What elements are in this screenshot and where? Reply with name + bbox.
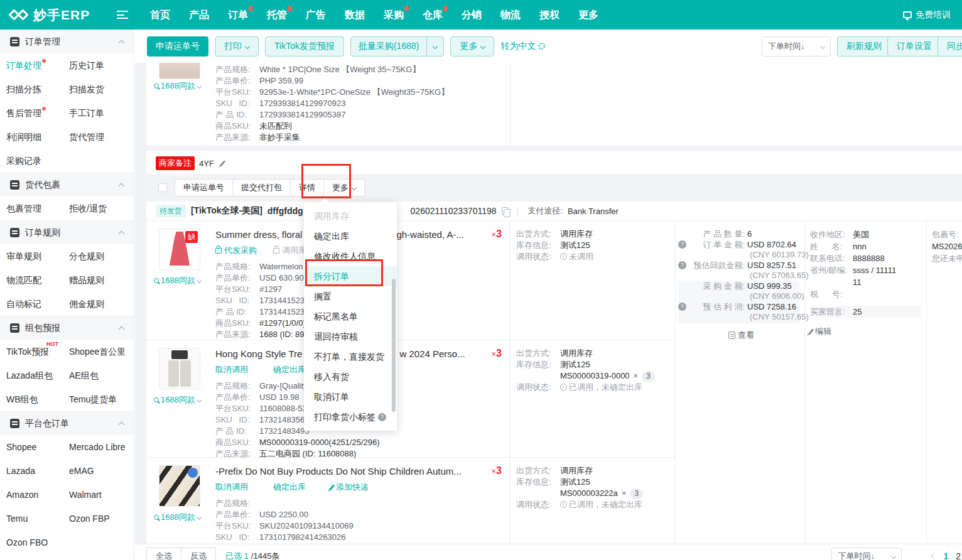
sidebar-item-rejected-returns[interactable]: 拒收/退货 [69, 197, 134, 220]
menu-item-confirm-outbound[interactable]: 确定出库 [304, 226, 397, 246]
submit-packing-button[interactable]: 提交代打包 [232, 179, 291, 197]
sidebar-item-emag[interactable]: eMAG [69, 459, 134, 483]
page-1[interactable]: 1 [943, 551, 948, 560]
help-icon[interactable] [678, 240, 686, 249]
refresh-rules-button[interactable]: 刷新规则 [837, 36, 891, 57]
menu-item-print-pick-label[interactable]: 打印拿货小标签 [304, 407, 397, 427]
menu-item-blacklist[interactable]: 标记黑名单 [304, 306, 397, 326]
footer-sort-select[interactable]: 下单时间↓ [831, 547, 902, 560]
apply-tracking-number-button[interactable]: 申请运单号 [147, 36, 208, 57]
sidebar-item-temu-pickup[interactable]: Temu提货单 [69, 387, 134, 411]
menu-item-return-to-review[interactable]: 退回待审核 [304, 326, 397, 347]
sidebar-item-history-orders[interactable]: 历史订单 [69, 53, 134, 77]
order-settings-button[interactable]: 订单设置 [887, 36, 941, 57]
help-icon[interactable] [678, 303, 686, 311]
print-button[interactable]: 打印 [215, 36, 259, 57]
sidebar-item-review-rules[interactable]: 审单规则 [6, 244, 69, 268]
select-all-button[interactable]: 全选 [146, 547, 181, 560]
sidebar-item-purchase-records[interactable]: 采购记录 [6, 149, 69, 173]
hamburger-menu-icon[interactable] [117, 11, 128, 19]
find-same-1688-link[interactable]: 1688同款 [154, 80, 201, 92]
sidebar-item-order-processing[interactable]: 订单处理 [6, 53, 69, 77]
app-logo[interactable]: 妙手ERP [0, 6, 112, 24]
invert-selection-button[interactable]: 反选 [181, 547, 216, 560]
row-more-button[interactable]: 更多 [323, 179, 365, 197]
apply-tracking-number-row-button[interactable]: 申请运单号 [175, 179, 233, 197]
sidebar-item-aftersales[interactable]: 售后管理 [6, 101, 69, 125]
product-thumbnail[interactable] [159, 465, 200, 507]
menu-item-hold[interactable]: 搁置 [304, 286, 397, 306]
sidebar-item-walmart[interactable]: Walmart [69, 483, 134, 507]
find-same-1688-link[interactable]: 1688同款 [154, 512, 201, 523]
find-same-1688-link[interactable]: 1688同款 [154, 394, 201, 406]
sidebar-item-scan-shipping[interactable]: 扫描发货 [69, 77, 134, 101]
sidebar-item-shopee[interactable]: Shopee [6, 435, 69, 459]
gear-icon[interactable] [538, 43, 545, 50]
dropship-purchase-link[interactable]: 代发采购 [215, 245, 257, 256]
nav-item-data[interactable]: 数据 [335, 0, 374, 30]
sidebar-item-gift-rules[interactable]: 赠品规则 [69, 268, 134, 292]
edit-recipient-link[interactable]: 编辑 [810, 326, 926, 337]
order-checkbox[interactable] [158, 183, 167, 192]
nav-item-logistics[interactable]: 物流 [491, 0, 530, 30]
batch-purchase-1688-button[interactable]: 批量采购(1688) [350, 36, 444, 57]
product-thumbnail[interactable] [159, 348, 200, 389]
menu-item-edit-recipient[interactable]: 修改收件人信息 [304, 246, 397, 266]
sidebar-section-order-management[interactable]: 订单管理 [0, 30, 134, 53]
sidebar-item-commission-rules[interactable]: 佣金规则 [69, 292, 134, 316]
nav-item-distribution[interactable]: 分销 [452, 0, 491, 30]
nav-item-purchase[interactable]: 采购 [374, 0, 413, 30]
nav-item-products[interactable]: 产品 [180, 0, 219, 30]
sidebar-section-forwarder-packages[interactable]: 货代包裹 [0, 173, 134, 197]
sidebar-item-wb-pack[interactable]: WB组包 [6, 387, 69, 411]
add-express-link[interactable]: 添加快递 [331, 482, 369, 493]
sidebar-item-warehouse-split-rules[interactable]: 分仓规则 [69, 244, 134, 268]
confirm-outbound-link[interactable]: 确定出库 [273, 482, 306, 493]
menu-item-move-to-in-stock[interactable]: 移入有货 [304, 367, 397, 387]
sidebar-item-lazada-pack[interactable]: Lazada组包 [6, 363, 69, 387]
sidebar-item-lazada[interactable]: Lazada [6, 459, 69, 483]
copy-icon[interactable] [502, 207, 508, 215]
cancel-stock-call-link[interactable]: 取消调用 [215, 482, 248, 493]
sidebar-item-profit-detail[interactable]: 利润明细 [6, 125, 69, 149]
nav-item-warehouse[interactable]: 仓库 [413, 0, 452, 30]
sidebar-item-manual-orders[interactable]: 手工订单 [69, 101, 134, 125]
nav-item-authorization[interactable]: 授权 [530, 0, 569, 30]
sidebar-item-ae-pack[interactable]: AE组包 [69, 363, 134, 387]
cancel-stock-call-link[interactable]: 取消调用 [215, 364, 248, 375]
help-icon[interactable] [378, 413, 386, 421]
nav-item-hosting[interactable]: 托管 [257, 0, 296, 30]
prev-page-icon[interactable] [931, 554, 936, 559]
confirm-outbound-link[interactable]: 确定出库 [273, 364, 306, 375]
sidebar-item-mercado-libre[interactable]: Mercado Libre [69, 435, 134, 459]
free-training-link[interactable]: 免费培训 [903, 9, 962, 21]
nav-item-more[interactable]: 更多 [569, 0, 608, 30]
sidebar-item-tiktok-forecast[interactable]: TikTok预报HOT [6, 340, 69, 363]
translate-to-chinese-link[interactable]: 转为中文 [500, 41, 545, 52]
batch-purchase-dropdown[interactable] [426, 37, 443, 56]
menu-item-split-order[interactable]: 拆分订单 [304, 266, 397, 286]
sidebar-item-ozon-fbo[interactable]: Ozon FBO [6, 530, 69, 554]
sidebar-item-shopee-first-mile[interactable]: Shopee首公里 [69, 340, 134, 363]
sidebar-item-forwarder-management[interactable]: 货代管理 [69, 125, 134, 149]
sidebar-item-ozon-fbp[interactable]: Ozon FBP [69, 507, 134, 530]
sidebar-item-logistics-matching[interactable]: 物流匹配 [6, 268, 69, 292]
sidebar-section-pack-forecast[interactable]: 组包预报 [0, 316, 134, 340]
product-thumbnail[interactable] [159, 63, 200, 79]
nav-item-ads[interactable]: 广告 [296, 0, 335, 30]
toolbar-more-button[interactable]: 更多 [450, 36, 494, 57]
find-same-1688-link[interactable]: 1688同款 [154, 275, 201, 286]
dropdown-scrollbar[interactable] [392, 279, 396, 412]
sidebar-item-scan-sorting[interactable]: 扫描分拣 [6, 77, 69, 101]
tiktok-shipping-forecast-button[interactable]: TikTok发货预报 [265, 36, 344, 57]
nav-item-orders[interactable]: 订单 [219, 0, 257, 30]
sidebar-item-amazon[interactable]: Amazon [6, 483, 69, 507]
sidebar-section-order-rules[interactable]: 订单规则 [0, 220, 134, 244]
page-2[interactable]: 2 [956, 551, 961, 560]
details-button[interactable]: 详情 [290, 179, 324, 197]
sidebar-section-platform-warehouse-orders[interactable]: 平台仓订单 [0, 411, 134, 435]
nav-item-home[interactable]: 首页 [141, 0, 180, 30]
sidebar-item-package-management[interactable]: 包裹管理 [6, 197, 69, 220]
sidebar-item-temu[interactable]: Temu [6, 507, 69, 530]
view-detail-link[interactable]: 查看 [678, 330, 804, 341]
